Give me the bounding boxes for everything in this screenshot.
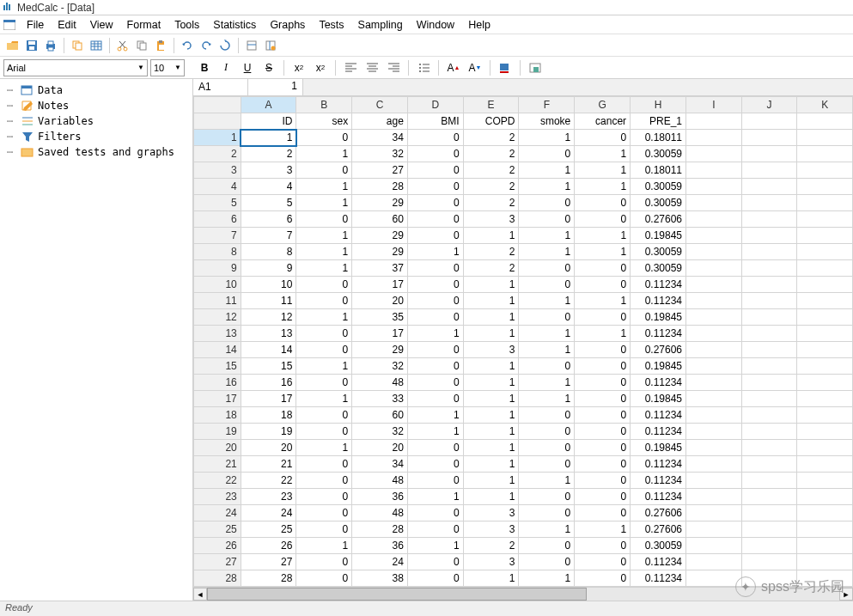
cell[interactable] [686,146,742,162]
cell[interactable]: 1 [463,473,519,489]
cell[interactable] [797,130,853,146]
cell[interactable]: 1 [463,489,519,505]
cell[interactable]: 35 [352,309,408,326]
cell[interactable]: 14 [241,342,296,358]
sidebar-item-filters[interactable]: ⋯Filters [0,129,192,144]
row-header[interactable]: 4 [194,179,241,195]
cell[interactable] [686,326,742,342]
cell[interactable]: 2 [241,146,296,162]
row-header[interactable]: 25 [194,521,241,538]
cell[interactable]: 0.19845 [631,358,686,375]
cell[interactable]: 0 [407,375,463,391]
sidebar-item-data[interactable]: ⋯Data [0,82,192,98]
cell[interactable]: 0 [519,260,575,277]
cell[interactable] [686,309,742,326]
header-cell[interactable] [741,113,797,130]
cell[interactable]: 0 [519,407,575,424]
cell[interactable]: 0.30059 [631,146,686,162]
cell[interactable]: 1 [296,440,352,456]
menu-file[interactable]: File [20,17,51,33]
cell[interactable]: 1 [241,130,296,146]
scroll-right-button[interactable]: ► [839,588,853,601]
cell[interactable]: 0 [575,195,631,211]
menu-tests[interactable]: Tests [312,17,350,33]
header-cell[interactable]: ID [241,113,296,130]
cell[interactable]: 1 [463,456,519,473]
cell[interactable] [741,473,797,489]
superscript-button[interactable]: x2 [289,59,308,76]
cell[interactable] [797,473,853,489]
cell[interactable] [741,456,797,473]
cell[interactable] [741,424,797,440]
cell[interactable]: 60 [352,211,408,228]
cell[interactable]: 0 [407,130,463,146]
col-header-C[interactable]: C [352,97,408,113]
row-header[interactable]: 26 [194,538,241,554]
cell[interactable]: 0 [407,358,463,375]
cell[interactable]: 0 [296,554,352,570]
cell[interactable]: 2 [463,538,519,554]
cell[interactable] [686,244,742,260]
cell[interactable]: 0 [296,570,352,587]
cell[interactable]: 0 [575,456,631,473]
cell[interactable]: 0 [296,162,352,179]
cell[interactable]: 0.30059 [631,195,686,211]
header-cell[interactable]: cancer [575,113,631,130]
cell[interactable]: 48 [352,473,408,489]
cell[interactable] [686,260,742,277]
cell[interactable]: 0.11234 [631,424,686,440]
cell[interactable]: 0.19845 [631,391,686,407]
cell[interactable] [741,521,797,538]
cell[interactable]: 1 [519,293,575,309]
cell[interactable]: 28 [241,570,296,587]
cell[interactable]: 0.11234 [631,407,686,424]
cell[interactable] [686,554,742,570]
row-header[interactable]: 14 [194,342,241,358]
cell[interactable]: 1 [463,424,519,440]
cell[interactable]: 33 [352,391,408,407]
cell[interactable]: 0 [575,424,631,440]
paste-icon[interactable] [151,36,170,55]
align-center-button[interactable] [363,59,381,76]
col-header-A[interactable]: A [241,97,296,113]
cell[interactable]: 0 [575,440,631,456]
subscript-button[interactable]: x2 [311,59,330,76]
open-icon[interactable] [3,36,22,55]
cell[interactable]: 1 [407,489,463,505]
cell[interactable] [741,195,797,211]
cell[interactable]: 1 [296,179,352,195]
cell[interactable]: 1 [463,375,519,391]
row-header[interactable]: 27 [194,554,241,570]
cell[interactable]: 1 [463,293,519,309]
cell[interactable] [797,260,853,277]
cell[interactable]: 38 [352,570,408,587]
cell[interactable] [797,456,853,473]
row-header[interactable]: 3 [194,162,241,179]
fill-color-button[interactable] [496,59,515,76]
cell[interactable]: 0 [575,130,631,146]
cell[interactable]: 0 [575,473,631,489]
cell[interactable]: 7 [241,228,296,244]
cell[interactable]: 3 [463,505,519,521]
cell[interactable]: 0.19845 [631,228,686,244]
col-header-J[interactable]: J [741,97,797,113]
list-button[interactable] [414,59,433,76]
menu-sampling[interactable]: Sampling [351,17,410,33]
cell[interactable] [741,211,797,228]
cell[interactable]: 0 [575,554,631,570]
cell[interactable]: 2 [463,146,519,162]
underline-button[interactable]: U [238,59,257,76]
italic-button[interactable]: I [216,59,235,76]
cell[interactable] [741,277,797,293]
cell[interactable]: 48 [352,375,408,391]
header-cell[interactable]: PRE_1 [631,113,686,130]
cell[interactable] [686,424,742,440]
cell[interactable]: 0 [296,293,352,309]
cell[interactable]: 1 [575,326,631,342]
menu-format[interactable]: Format [120,17,168,33]
cell[interactable]: 1 [296,244,352,260]
cell[interactable]: 0.11234 [631,473,686,489]
col-header-K[interactable]: K [797,97,853,113]
cell[interactable]: 0 [519,456,575,473]
cell[interactable]: 48 [352,505,408,521]
